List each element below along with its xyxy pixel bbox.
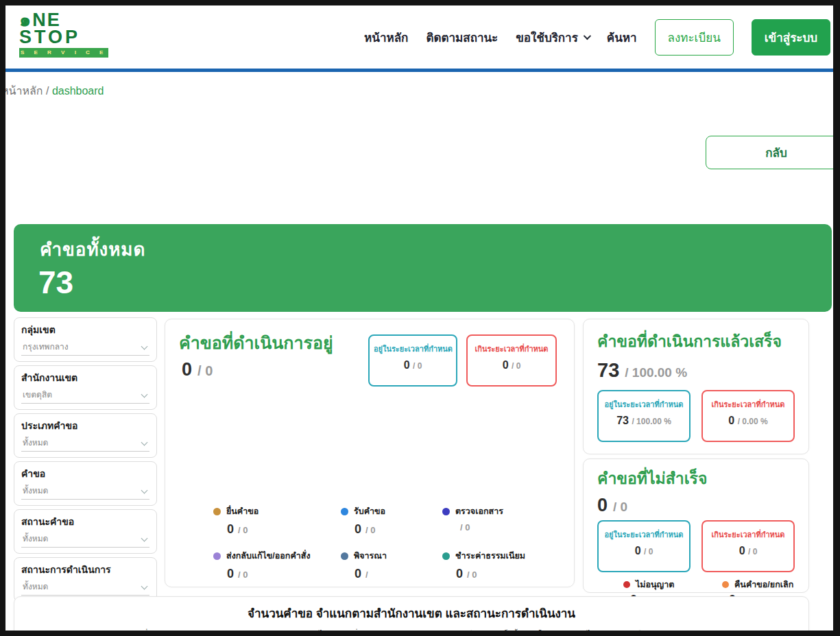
in-progress-value: 0 xyxy=(182,359,192,380)
district-office-select[interactable]: เขตดุสิต xyxy=(21,387,149,404)
chart-legend-item: รับคำขอ xyxy=(178,628,215,631)
overdue-label: เกินระยะเวลาที่กำหนด xyxy=(707,398,789,411)
back-button[interactable]: กลับ xyxy=(706,136,833,169)
legend-dot xyxy=(623,581,630,588)
filter-label: สถานะการดำเนินการ xyxy=(21,562,149,577)
breadcrumb-home[interactable]: หน้าหลัก xyxy=(5,85,43,97)
chart-legend-item: ตรวจเอกสาร xyxy=(221,628,273,631)
legend-item-submit: ยื่นคำขอ 0/ 0 xyxy=(213,504,341,537)
overdue-value: 0 xyxy=(503,359,509,371)
on-time-frac: / 0 xyxy=(644,547,653,556)
legend-dot xyxy=(442,552,450,560)
nav-search[interactable]: ค้นหา xyxy=(607,28,637,47)
filter-label: สถานะคำขอ xyxy=(21,514,149,529)
banner-title: คำขอทั้งหมด xyxy=(40,235,145,263)
filter-process-status: สถานะการดำเนินการ ทั้งหมด xyxy=(14,557,157,602)
completed-value: 73 xyxy=(597,359,619,382)
filter-request-type: ประเภทคำขอ ทั้งหมด xyxy=(14,413,157,458)
district-status-chart-card: จำนวนคำขอ จำแนกตามสำนักงานเขต และสถานะกา… xyxy=(14,596,809,631)
on-time-label: อยู่ในระยะเวลาที่กำหนด xyxy=(603,398,685,411)
chevron-down-icon xyxy=(141,391,148,398)
chart-legend-item: คืนคำขอ/ยกเลิก xyxy=(627,628,688,631)
register-button[interactable]: ลงทะเบียน xyxy=(655,19,734,56)
overdue-frac: / 0 xyxy=(748,547,757,556)
in-progress-title: คำขอที่ดำเนินการอยู่ xyxy=(179,329,333,356)
overdue-frac: / 0.00 % xyxy=(738,417,768,426)
legend-dot xyxy=(341,508,348,515)
legend-dot xyxy=(341,552,348,560)
on-time-frac: / 100.00 % xyxy=(632,417,671,426)
chevron-down-icon xyxy=(141,535,148,542)
on-time-frac: / 0 xyxy=(413,361,422,371)
overdue-frac: / 0 xyxy=(512,361,520,371)
overdue-value: 0 xyxy=(728,415,734,426)
request-status-select[interactable]: ทั้งหมด xyxy=(21,531,149,548)
completed-card: คำขอที่ดำเนินการแล้วเสร็จ 73 / 100.00 % … xyxy=(583,319,809,454)
banner-value: 73 xyxy=(38,264,73,301)
filter-district-group: กลุ่มเขต กรุงเทพกลาง xyxy=(14,317,157,362)
legend-dot xyxy=(442,508,450,515)
overdue-label: เกินระยะเวลาที่กำหนด xyxy=(707,528,789,541)
login-button[interactable]: เข้าสู่ระบบ xyxy=(752,19,830,56)
in-progress-frac: / 0 xyxy=(197,363,213,379)
request-type-select[interactable]: ทั้งหมด xyxy=(21,435,149,452)
completed-frac: / 100.00 % xyxy=(625,365,687,380)
breadcrumb-current: dashboard xyxy=(52,85,104,97)
on-time-value: 73 xyxy=(616,415,629,426)
on-time-value: 0 xyxy=(635,545,641,556)
filter-sidebar: กลุ่มเขต กรุงเทพกลาง สำนักงานเขต เขตดุสิ… xyxy=(14,317,157,631)
nav-request-service[interactable]: ขอใช้บริการ xyxy=(516,28,589,47)
completed-title: คำขอที่ดำเนินการแล้วเสร็จ xyxy=(597,329,795,354)
filter-label: สำนักงานเขต xyxy=(21,370,149,385)
unsuccessful-frac: / 0 xyxy=(613,500,627,515)
chart-legend: ยื่นคำขอ รับคำขอ ตรวจเอกสาร ส่งกลับแก้ไข… xyxy=(14,628,808,631)
breadcrumb: หน้าหลัก / dashboard xyxy=(5,82,104,99)
one-stop-service-logo[interactable]: ๑NE STOP S E R V I C E xyxy=(19,11,108,58)
legend-item-pay-fee: ชำระค่าธรรมเนียม 0/ 0 xyxy=(442,549,552,581)
header-divider xyxy=(5,69,833,72)
chart-legend-item: เสร็จสิ้น/ออกใบอนุญาต xyxy=(488,628,572,631)
unsuccessful-on-time-box: อยู่ในระยะเวลาที่กำหนด 0 / 0 xyxy=(597,520,691,572)
chart-title: จำนวนคำขอ จำแนกตามสำนักงานเขต และสถานะกา… xyxy=(14,604,808,622)
nav-track-status[interactable]: ติดตามสถานะ xyxy=(426,28,498,47)
page: ๑NE STOP S E R V I C E หน้าหลัก ติดตามสถ… xyxy=(5,5,833,631)
breadcrumb-separator: / xyxy=(46,85,49,97)
in-progress-card: คำขอที่ดำเนินการอยู่ 0 / 0 อยู่ในระยะเวล… xyxy=(165,319,575,587)
completed-overdue-box: เกินระยะเวลาที่กำหนด 0 / 0.00 % xyxy=(701,390,795,442)
unsuccessful-value: 0 xyxy=(597,495,608,516)
on-time-label: อยู่ในระยะเวลาที่กำหนด xyxy=(603,528,685,541)
legend-item-receive: รับคำขอ 0/ 0 xyxy=(341,504,442,537)
process-status-select[interactable]: ทั้งหมด xyxy=(21,579,149,596)
filter-label: กลุ่มเขต xyxy=(21,322,149,337)
chart-legend-item: ชำระค่าธรรมเนียม xyxy=(411,628,482,631)
legend-item-check-docs: ตรวจเอกสาร / 0 xyxy=(442,504,552,537)
chevron-down-icon xyxy=(141,439,148,446)
main-nav: หน้าหลัก ติดตามสถานะ ขอใช้บริการ ค้นหา ล… xyxy=(364,5,830,69)
chart-legend-item: พิจารณา xyxy=(368,628,405,631)
legend-dot xyxy=(213,508,221,515)
in-progress-legend: ยื่นคำขอ 0/ 0 รับคำขอ 0/ 0 ตรวจเอกสาร / … xyxy=(213,504,552,581)
request-select[interactable]: ทั้งหมด xyxy=(21,483,149,500)
in-progress-on-time-box: อยู่ในระยะเวลาที่กำหนด 0 / 0 xyxy=(368,334,457,387)
unsuccessful-overdue-box: เกินระยะเวลาที่กำหนด 0 / 0 xyxy=(701,520,795,572)
filter-district-office: สำนักงานเขต เขตดุสิต xyxy=(14,365,157,410)
on-time-label: อยู่ในระยะเวลาที่กำหนด xyxy=(374,343,452,355)
in-progress-overdue-box: เกินระยะเวลาที่กำหนด 0 / 0 xyxy=(466,334,557,387)
district-group-select[interactable]: กรุงเทพกลาง xyxy=(21,339,149,356)
nav-home[interactable]: หน้าหลัก xyxy=(364,28,408,47)
chart-legend-item: ไม่อนุญาต xyxy=(578,628,621,631)
logo-line-stop: STOP xyxy=(19,28,108,47)
filter-label: ประเภทคำขอ xyxy=(21,418,149,433)
filter-request: คำขอ ทั้งหมด xyxy=(14,461,157,506)
legend-dot xyxy=(722,581,729,588)
legend-item-return-fix: ส่งกลับแก้ไข/ออกคำสั่ง 0/ 0 xyxy=(213,549,341,581)
chevron-down-icon xyxy=(141,487,148,494)
unsuccessful-card: คำขอที่ไม่สำเร็จ 0 / 0 อยู่ในระยะเวลาที่… xyxy=(583,458,809,593)
chart-legend-item: ส่งกลับแก้ไข/ออกคำสั่ง xyxy=(278,628,361,631)
logo-line-service: S E R V I C E xyxy=(19,48,108,58)
total-requests-banner: คำขอทั้งหมด 73 xyxy=(14,224,832,312)
completed-on-time-box: อยู่ในระยะเวลาที่กำหนด 73 / 100.00 % xyxy=(597,390,691,442)
unsuccessful-title: คำขอที่ไม่สำเร็จ xyxy=(597,466,795,491)
filter-request-status: สถานะคำขอ ทั้งหมด xyxy=(14,509,157,554)
on-time-value: 0 xyxy=(404,359,410,371)
